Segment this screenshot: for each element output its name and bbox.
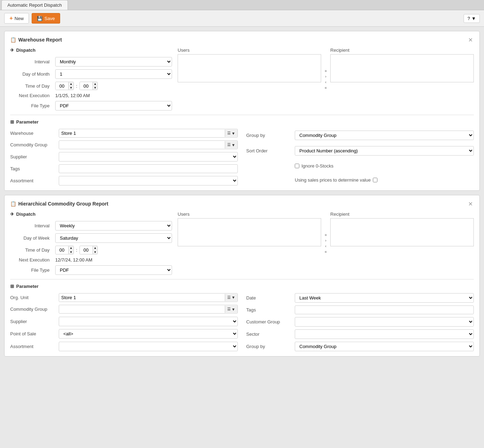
minutes-input-1[interactable] [80, 82, 93, 90]
minutes-input-2[interactable] [80, 246, 93, 254]
sort-order-select-1[interactable]: Product Number (ascending) [295, 146, 474, 156]
file-type-select-1[interactable]: PDF [55, 101, 172, 111]
point-of-sale-label-2: Point of Sale [10, 331, 56, 336]
time-input-2: ▲ ▼ : ▲ ▼ [55, 246, 172, 254]
hours-input-2[interactable] [56, 246, 68, 254]
commodity-group-input-2[interactable] [59, 305, 225, 313]
hours-input-1[interactable] [56, 82, 68, 90]
assortment-select-2[interactable] [59, 342, 238, 351]
transfer-left-1[interactable]: ‹ [324, 80, 328, 84]
day-of-week-select-2[interactable]: Saturday [55, 233, 172, 243]
hierarchical-report-card: 📋 Hierarchical Commodity Group Report ✕ … [4, 195, 480, 356]
using-sales-prices-checkbox-1[interactable] [373, 178, 377, 182]
transfer-all-left-2[interactable]: « [323, 249, 328, 254]
save-button[interactable]: 💾 Save [32, 13, 60, 24]
users-label-1: Users [178, 48, 321, 53]
commodity-group-combo-btn-2[interactable]: ☰ ▼ [225, 305, 237, 313]
card1-header: 📋 Warehouse Report ✕ [10, 36, 474, 43]
card1-close-button[interactable]: ✕ [467, 36, 474, 43]
new-button[interactable]: + New [4, 13, 29, 24]
chevron-down-icon-ou-2: ▼ [231, 295, 235, 299]
param-left-2: Org. Unit ☰ ▼ Commodity Group ☰ ▼ [10, 293, 238, 351]
transfer-right-2[interactable]: › [324, 238, 328, 243]
transfer-all-left-1[interactable]: « [323, 85, 328, 90]
supplier-select-1[interactable] [59, 152, 238, 162]
group-by-select-1[interactable]: Commodity Group [295, 131, 474, 140]
minutes-up-1[interactable]: ▲ [93, 82, 98, 86]
time-input-1: ▲ ▼ : ▲ ▼ [55, 82, 172, 90]
dispatch-left-2: ✈ Dispatch Interval Weekly Day of Week S… [10, 212, 172, 275]
tags-label-2: Tags [246, 307, 292, 313]
minutes-down-1[interactable]: ▼ [93, 86, 98, 90]
minutes-down-2[interactable]: ▼ [93, 250, 98, 254]
ignore-0-stocks-checkbox-1[interactable] [295, 164, 299, 168]
parameter-section-2: ⊞ Parameter Org. Unit ☰ ▼ Commodity Grou… [10, 284, 474, 351]
interval-select-1[interactable]: Monthly [55, 57, 172, 67]
transfer-right-1[interactable]: › [324, 74, 328, 79]
dispatch-header-1: ✈ Dispatch [10, 48, 172, 53]
commodity-group-combo-2: ☰ ▼ [59, 305, 238, 314]
org-unit-input-2[interactable] [59, 294, 225, 302]
card2-close-button[interactable]: ✕ [467, 200, 474, 207]
time-of-day-label-1: Time of Day [10, 83, 52, 89]
tab-bar: Automatic Report Dispatch [0, 0, 484, 10]
hours-down-1[interactable]: ▼ [69, 86, 74, 90]
day-of-month-select-1[interactable]: 1 [55, 69, 172, 79]
warehouse-combo-btn-1[interactable]: ☰ ▼ [225, 130, 237, 137]
commodity-group-input-1[interactable] [59, 141, 225, 149]
warehouse-report-card: 📋 Warehouse Report ✕ ✈ Dispatch Interval… [4, 31, 480, 191]
param-right-1: Group by Commodity Group Sort Order Prod… [246, 129, 474, 185]
minutes-up-2[interactable]: ▲ [93, 246, 98, 250]
hours-down-2[interactable]: ▼ [69, 250, 74, 254]
hours-up-2[interactable]: ▲ [69, 246, 74, 250]
parameter-form-2: Org. Unit ☰ ▼ Commodity Group ☰ ▼ [10, 293, 474, 351]
recipient-col-1: Recipient [330, 48, 474, 111]
sector-label-2: Sector [246, 332, 292, 337]
tab-automatic-report-dispatch[interactable]: Automatic Report Dispatch [1, 0, 68, 10]
hours-up-1[interactable]: ▲ [69, 82, 74, 86]
card2-title: 📋 Hierarchical Commodity Group Report [10, 201, 108, 207]
main-content: 📋 Warehouse Report ✕ ✈ Dispatch Interval… [0, 27, 484, 361]
transfer-all-right-1[interactable]: » [323, 68, 328, 73]
tags-input-2[interactable] [295, 305, 474, 314]
group-by-select-2[interactable]: Commodity Group [295, 342, 474, 351]
date-select-2[interactable]: Last Week [295, 293, 474, 303]
recipient-label-2: Recipient [330, 212, 474, 217]
assortment-select-1[interactable] [59, 176, 238, 185]
tags-label-1: Tags [10, 166, 56, 171]
users-listbox-1[interactable] [178, 54, 321, 82]
save-icon: 💾 [37, 16, 43, 21]
interval-select-2[interactable]: Weekly [55, 221, 172, 231]
transfer-left-2[interactable]: ‹ [324, 244, 328, 248]
parameter-icon-2: ⊞ [10, 284, 14, 289]
customer-group-select-2[interactable] [295, 317, 474, 327]
using-sales-prices-label-1: Using sales prices to determine value [295, 177, 371, 183]
org-unit-label-2: Org. Unit [10, 295, 56, 300]
supplier-select-2[interactable] [59, 317, 238, 326]
users-listbox-2[interactable] [178, 218, 321, 246]
card1-title-text: Warehouse Report [18, 37, 62, 43]
recipient-listbox-2[interactable] [330, 218, 474, 246]
commodity-group-label-1: Commodity Group [10, 142, 56, 147]
parameter-form-1: Warehouse ☰ ▼ Commodity Group ☰ ▼ [10, 129, 474, 185]
date-label-2: Date [246, 295, 292, 301]
sector-select-2[interactable] [295, 329, 474, 339]
recipient-listbox-1[interactable] [330, 54, 474, 82]
dispatch-section-1: ✈ Dispatch Interval Monthly Day of Month… [10, 48, 474, 111]
transfer-all-right-2[interactable]: » [323, 232, 328, 237]
tags-input-1[interactable] [59, 164, 238, 173]
transfer-btns-2: » › ‹ « [323, 212, 329, 275]
help-button[interactable]: ? ▼ [464, 14, 480, 23]
point-of-sale-select-2[interactable]: <all> [59, 329, 238, 339]
dispatch-right-1: Users » › ‹ « Recipient [178, 48, 474, 111]
sort-order-label-1: Sort Order [246, 148, 292, 153]
commodity-group-combo-btn-1[interactable]: ☰ ▼ [225, 141, 237, 149]
file-type-select-2[interactable]: PDF [55, 265, 172, 275]
dispatch-title-1: Dispatch [16, 48, 36, 53]
hours-spinbox-1: ▲ ▼ [55, 82, 74, 90]
transfer-btns-1: » › ‹ « [323, 48, 329, 111]
org-unit-combo-btn-2[interactable]: ☰ ▼ [225, 294, 237, 301]
parameter-title-1: Parameter [16, 119, 39, 125]
warehouse-input-1[interactable] [59, 129, 225, 137]
using-sales-prices-row-1: Using sales prices to determine value [295, 177, 474, 183]
